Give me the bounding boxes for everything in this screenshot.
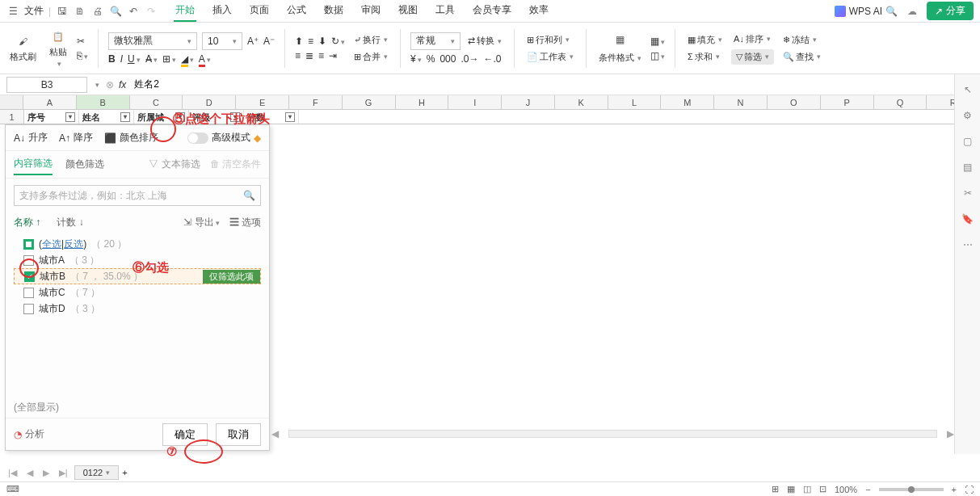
checkbox-icon[interactable] bbox=[23, 255, 34, 266]
orientation-icon[interactable]: ↻▾ bbox=[331, 36, 345, 47]
advanced-mode-toggle[interactable]: 高级模式 ◆ bbox=[187, 131, 261, 145]
zoom-out-icon[interactable]: − bbox=[865, 485, 870, 494]
worksheet-button[interactable]: 📄 工作表▾ bbox=[524, 50, 576, 64]
decrease-font-icon[interactable]: A⁻ bbox=[263, 36, 275, 47]
cond-format-button[interactable]: 条件格式▾ bbox=[596, 51, 644, 65]
sort-asc-button[interactable]: A↓ 升序 bbox=[14, 131, 48, 145]
copy-icon[interactable]: ⎘▾ bbox=[77, 50, 88, 61]
checkbox-mixed-icon[interactable] bbox=[23, 239, 34, 250]
sheet-nav-next-icon[interactable]: ▶ bbox=[40, 468, 53, 478]
save-as-icon[interactable]: 🗎 bbox=[74, 5, 86, 18]
name-box[interactable]: B3 bbox=[6, 77, 87, 93]
col-header[interactable]: Q bbox=[874, 95, 927, 109]
ok-button[interactable]: 确定 bbox=[162, 423, 208, 446]
input-mode-icon[interactable]: ⌨ bbox=[6, 484, 19, 494]
font-name-select[interactable]: 微软雅黑▾ bbox=[108, 32, 197, 50]
col-header[interactable]: C bbox=[130, 95, 183, 109]
horizontal-scrollbar[interactable]: ◀ ▶ bbox=[271, 428, 954, 439]
italic-button[interactable]: I bbox=[120, 53, 123, 65]
filter-item[interactable]: ✓ 城市B （ 7 ， 35.0% ） 仅筛选此项 bbox=[14, 268, 261, 284]
cut-icon[interactable]: ✂ bbox=[77, 36, 88, 47]
col-header[interactable]: O bbox=[768, 95, 821, 109]
find-button[interactable]: 🔍 查找▾ bbox=[780, 50, 823, 64]
decimal-inc-icon[interactable]: .0→ bbox=[461, 53, 478, 65]
font-color-button[interactable]: A▾ bbox=[199, 53, 211, 65]
select-tool-icon[interactable]: ↖ bbox=[961, 82, 975, 97]
color-sort-button[interactable]: ⬛ 颜色排序 bbox=[104, 131, 158, 145]
sheet-nav-first-icon[interactable]: |◀ bbox=[5, 468, 20, 478]
col-header[interactable]: B bbox=[77, 95, 130, 109]
tab-view[interactable]: 视图 bbox=[397, 0, 419, 22]
fx-icon[interactable]: fx bbox=[119, 79, 126, 90]
more-icon[interactable]: ⋯ bbox=[961, 237, 975, 252]
cancel-formula-icon[interactable]: ⊗ bbox=[106, 79, 114, 90]
col-header[interactable]: D bbox=[183, 95, 236, 109]
save-icon[interactable]: 🖫 bbox=[56, 5, 69, 18]
menu-icon[interactable]: ☰ bbox=[6, 5, 19, 18]
fullscreen-icon[interactable]: ⛶ bbox=[965, 485, 974, 494]
wps-ai-button[interactable]: WPS AI 🔍 bbox=[835, 6, 898, 17]
border-button[interactable]: ⊞▾ bbox=[162, 53, 176, 65]
content-filter-tab[interactable]: 内容筛选 bbox=[14, 153, 53, 175]
filter-item[interactable]: 城市D （ 3 ） bbox=[14, 301, 261, 317]
tab-insert[interactable]: 插入 bbox=[211, 0, 233, 22]
filter-search-input[interactable]: 支持多条件过滤，例如：北京 上海 🔍 bbox=[14, 185, 261, 206]
bookmark-icon[interactable]: 🔖 bbox=[961, 212, 975, 226]
underline-button[interactable]: U▾ bbox=[128, 53, 141, 65]
cell-header[interactable]: 姓名▾ bbox=[79, 110, 134, 124]
cell-style-icon[interactable]: ◫▾ bbox=[650, 50, 665, 61]
color-filter-tab[interactable]: 颜色筛选 bbox=[65, 154, 104, 174]
share-button[interactable]: ↗ 分享 bbox=[927, 2, 974, 20]
col-header[interactable]: P bbox=[821, 95, 874, 109]
tab-page[interactable]: 页面 bbox=[248, 0, 271, 22]
tab-tools[interactable]: 工具 bbox=[434, 0, 456, 22]
checkbox-icon[interactable] bbox=[23, 288, 34, 298]
row-col-button[interactable]: ⊞ 行和列▾ bbox=[524, 33, 576, 47]
col-header[interactable]: F bbox=[289, 95, 343, 109]
sort-desc-button[interactable]: A↑ 降序 bbox=[59, 131, 93, 145]
options-button[interactable]: ☰ 选项 bbox=[229, 216, 261, 229]
col-header[interactable]: L bbox=[608, 95, 662, 109]
col-header[interactable]: I bbox=[448, 95, 502, 109]
zoom-in-icon[interactable]: + bbox=[952, 485, 957, 494]
formula-input[interactable] bbox=[131, 77, 959, 93]
zoom-slider[interactable] bbox=[879, 488, 944, 491]
col-header[interactable]: J bbox=[502, 95, 555, 109]
settings-icon[interactable]: ⚙ bbox=[961, 108, 975, 123]
col-header[interactable]: M bbox=[661, 95, 714, 109]
filter-dropdown-icon[interactable]: ▾ bbox=[230, 112, 240, 122]
add-sheet-button[interactable]: + bbox=[122, 468, 127, 477]
view-split-icon[interactable]: ◫ bbox=[803, 484, 811, 494]
scroll-left-icon[interactable]: ◀ bbox=[271, 428, 279, 439]
select-all-link[interactable]: 全选 bbox=[42, 238, 61, 250]
increase-font-icon[interactable]: A⁺ bbox=[247, 36, 259, 47]
filter-dropdown-icon[interactable]: ▾ bbox=[285, 112, 295, 122]
sort-button[interactable]: A↓ 排序▾ bbox=[731, 32, 774, 46]
cell-header[interactable]: 序号▾ bbox=[24, 110, 79, 124]
panel-icon[interactable]: ▢ bbox=[961, 134, 975, 149]
bold-button[interactable]: B bbox=[108, 53, 116, 65]
format-painter-button[interactable]: 🖌 格式刷 bbox=[6, 32, 40, 65]
font-size-select[interactable]: 10▾ bbox=[202, 32, 242, 50]
paste-button[interactable]: 📋 粘贴▾ bbox=[46, 27, 70, 69]
count-column-header[interactable]: 计数 ↓ bbox=[57, 216, 83, 229]
align-top-icon[interactable]: ⬆ bbox=[295, 36, 303, 47]
align-bottom-icon[interactable]: ⬇ bbox=[318, 36, 326, 47]
filter-item[interactable]: 城市C （ 7 ） bbox=[14, 284, 261, 301]
name-column-header[interactable]: 名称 ↑ bbox=[14, 216, 40, 229]
tab-start[interactable]: 开始 bbox=[174, 0, 196, 22]
freeze-button[interactable]: ❄ 冻结▾ bbox=[780, 33, 823, 47]
select-all-corner[interactable] bbox=[0, 95, 23, 109]
tab-efficiency[interactable]: 效率 bbox=[528, 0, 550, 22]
sheet-tab[interactable]: 0122 ▾ bbox=[74, 465, 119, 480]
redo-icon[interactable]: ↷ bbox=[145, 5, 158, 18]
select-all-row[interactable]: (全选|反选) （ 20 ） bbox=[14, 236, 261, 252]
cell-header[interactable]: 评级▾ bbox=[189, 110, 244, 124]
align-left-icon[interactable]: ≡ bbox=[295, 50, 301, 61]
align-middle-icon[interactable]: ≡ bbox=[308, 36, 313, 47]
convert-button[interactable]: ⇄ 转换▾ bbox=[465, 34, 504, 48]
filter-dropdown-icon[interactable]: ▾ bbox=[65, 112, 75, 122]
text-filter-button[interactable]: ▽ 文本筛选 bbox=[149, 158, 200, 171]
tab-review[interactable]: 审阅 bbox=[360, 0, 382, 22]
align-center-icon[interactable]: ≣ bbox=[305, 50, 313, 61]
